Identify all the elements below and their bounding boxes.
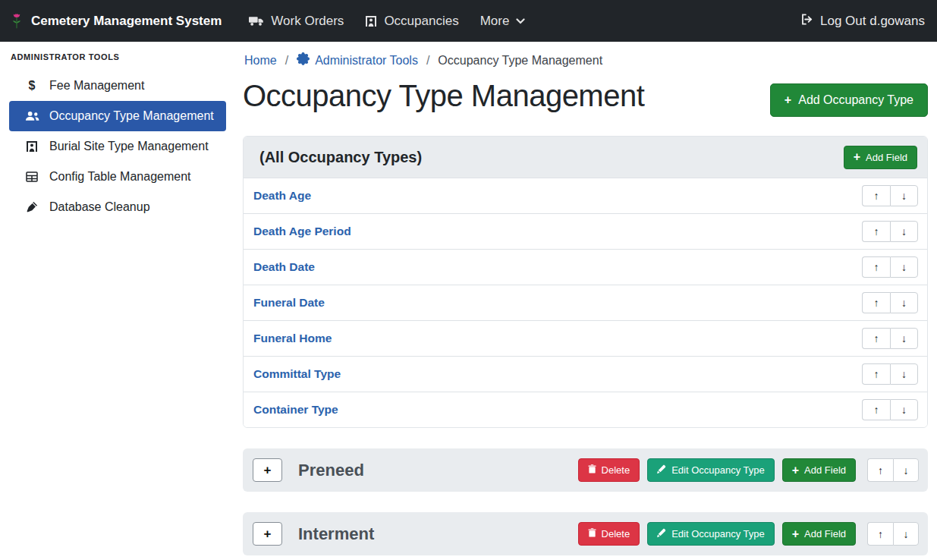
main-content: Home / Administrator Tools / Occupancy T… bbox=[234, 42, 937, 560]
arrow-up-icon: ↑ bbox=[874, 297, 879, 309]
move-buttons: ↑ ↓ bbox=[862, 292, 918, 313]
field-row: Funeral Home ↑ ↓ bbox=[244, 320, 927, 356]
occupancy-type-section-interment: + Interment Delete bbox=[243, 512, 928, 555]
breadcrumb-separator: / bbox=[285, 54, 288, 68]
users-icon bbox=[24, 111, 39, 121]
logout-label: Log Out d.gowans bbox=[820, 14, 925, 29]
move-buttons: ↑ ↓ bbox=[862, 256, 918, 278]
move-down-button[interactable]: ↓ bbox=[890, 328, 918, 349]
field-link-container-type[interactable]: Container Type bbox=[253, 403, 338, 417]
title-row: Occupancy Type Management + Add Occupanc… bbox=[243, 79, 928, 117]
expand-section-button[interactable]: + bbox=[253, 522, 282, 546]
move-up-button[interactable]: ↑ bbox=[862, 399, 890, 420]
sidebar-item-occupancy-type-management[interactable]: Occupancy Type Management bbox=[9, 101, 226, 131]
sidebar-item-database-cleanup[interactable]: Database Cleanup bbox=[9, 192, 226, 222]
section-title: Interment bbox=[298, 524, 571, 544]
move-down-button[interactable]: ↓ bbox=[890, 292, 918, 313]
move-buttons: ↑ ↓ bbox=[867, 522, 919, 546]
plus-icon: + bbox=[792, 464, 799, 477]
field-link-funeral-home[interactable]: Funeral Home bbox=[253, 332, 332, 345]
top-navbar: Cemetery Management System Work Orders bbox=[0, 0, 937, 42]
add-occupancy-type-button[interactable]: + Add Occupancy Type bbox=[770, 83, 928, 117]
arrow-up-icon: ↑ bbox=[878, 464, 883, 477]
move-down-button[interactable]: ↓ bbox=[890, 221, 918, 242]
truck-icon bbox=[249, 16, 264, 27]
nav-item-occupancies[interactable]: Occupancies bbox=[354, 8, 469, 35]
arrow-up-icon: ↑ bbox=[874, 225, 879, 238]
move-up-button[interactable]: ↑ bbox=[867, 458, 893, 482]
edit-occupancy-type-label: Edit Occupancy Type bbox=[671, 464, 765, 476]
move-down-button[interactable]: ↓ bbox=[893, 458, 919, 482]
move-up-button[interactable]: ↑ bbox=[862, 328, 890, 349]
app-brand[interactable]: Cemetery Management System bbox=[9, 12, 222, 30]
move-buttons: ↑ ↓ bbox=[862, 185, 918, 206]
breadcrumb-current: Occupancy Type Management bbox=[438, 54, 602, 68]
breadcrumb-admin-tools-link[interactable]: Administrator Tools bbox=[297, 52, 418, 68]
chevron-down-icon bbox=[516, 18, 525, 24]
breadcrumb-home-link[interactable]: Home bbox=[244, 54, 277, 68]
plus-icon: + bbox=[854, 151, 860, 163]
field-link-death-age-period[interactable]: Death Age Period bbox=[253, 225, 351, 238]
delete-button[interactable]: Delete bbox=[578, 458, 640, 482]
arrow-down-icon: ↓ bbox=[904, 528, 909, 540]
move-up-button[interactable]: ↑ bbox=[862, 292, 890, 313]
person-booth-icon bbox=[365, 15, 377, 27]
edit-occupancy-type-button[interactable]: Edit Occupancy Type bbox=[647, 458, 775, 482]
gear-icon bbox=[297, 52, 310, 68]
sidebar-item-label: Config Table Management bbox=[49, 170, 191, 184]
delete-button[interactable]: Delete bbox=[578, 522, 640, 546]
arrow-down-icon: ↓ bbox=[901, 404, 907, 416]
delete-label: Delete bbox=[602, 464, 630, 476]
field-row: Death Date ↑ ↓ bbox=[244, 249, 927, 285]
dollar-icon: $ bbox=[24, 79, 39, 93]
breadcrumb-label: Administrator Tools bbox=[315, 54, 418, 68]
move-up-button[interactable]: ↑ bbox=[862, 221, 890, 242]
section-title: Preneed bbox=[298, 461, 571, 480]
field-row: Funeral Date ↑ ↓ bbox=[244, 285, 927, 320]
plus-icon: + bbox=[785, 94, 791, 106]
field-link-funeral-date[interactable]: Funeral Date bbox=[253, 296, 325, 310]
arrow-up-icon: ↑ bbox=[874, 368, 879, 380]
field-link-death-age[interactable]: Death Age bbox=[253, 189, 311, 203]
add-field-button[interactable]: + Add Field bbox=[844, 146, 917, 169]
add-field-label: Add Field bbox=[866, 152, 907, 163]
add-field-button[interactable]: + Add Field bbox=[782, 522, 856, 546]
move-down-button[interactable]: ↓ bbox=[890, 185, 918, 206]
move-down-button[interactable]: ↓ bbox=[893, 522, 919, 546]
table-icon bbox=[24, 171, 39, 183]
arrow-down-icon: ↓ bbox=[901, 261, 907, 273]
move-up-button[interactable]: ↑ bbox=[862, 256, 890, 278]
field-row: Death Age ↑ ↓ bbox=[244, 178, 927, 213]
move-down-button[interactable]: ↓ bbox=[890, 256, 918, 278]
pencil-icon bbox=[657, 464, 666, 476]
nav-item-label: Work Orders bbox=[271, 14, 344, 29]
sidebar-item-config-table-management[interactable]: Config Table Management bbox=[9, 162, 226, 192]
move-buttons: ↑ ↓ bbox=[862, 363, 918, 385]
sidebar-item-label: Fee Management bbox=[49, 79, 144, 93]
occupancy-type-section-preneed: + Preneed Delete bbox=[243, 448, 928, 492]
move-up-button[interactable]: ↑ bbox=[862, 363, 890, 385]
sidebar-item-burial-site-type-management[interactable]: Burial Site Type Management bbox=[9, 131, 226, 162]
move-up-button[interactable]: ↑ bbox=[862, 185, 890, 206]
card-header: (All Occupancy Types) + Add Field bbox=[244, 137, 927, 178]
sidebar-item-label: Occupancy Type Management bbox=[49, 109, 214, 123]
breadcrumb-label: Home bbox=[244, 54, 277, 68]
expand-section-button[interactable]: + bbox=[253, 458, 282, 482]
field-link-death-date[interactable]: Death Date bbox=[253, 260, 315, 274]
edit-occupancy-type-button[interactable]: Edit Occupancy Type bbox=[647, 522, 775, 546]
plus-icon: + bbox=[264, 464, 272, 477]
add-field-button[interactable]: + Add Field bbox=[782, 458, 856, 482]
nav-item-more[interactable]: More bbox=[470, 8, 536, 35]
move-up-button[interactable]: ↑ bbox=[867, 522, 893, 546]
nav-item-work-orders[interactable]: Work Orders bbox=[238, 8, 354, 35]
tulip-logo-icon bbox=[9, 12, 24, 30]
logout-button[interactable]: Log Out d.gowans bbox=[800, 13, 925, 30]
sidebar-item-fee-management[interactable]: $ Fee Management bbox=[9, 71, 226, 101]
arrow-up-icon: ↑ bbox=[874, 404, 879, 416]
trash-icon bbox=[588, 464, 596, 476]
move-down-button[interactable]: ↓ bbox=[890, 363, 918, 385]
field-link-committal-type[interactable]: Committal Type bbox=[253, 367, 341, 381]
breadcrumb-separator: / bbox=[426, 54, 429, 68]
nav-links: Work Orders Occupancies More bbox=[238, 8, 536, 35]
move-down-button[interactable]: ↓ bbox=[890, 399, 918, 420]
